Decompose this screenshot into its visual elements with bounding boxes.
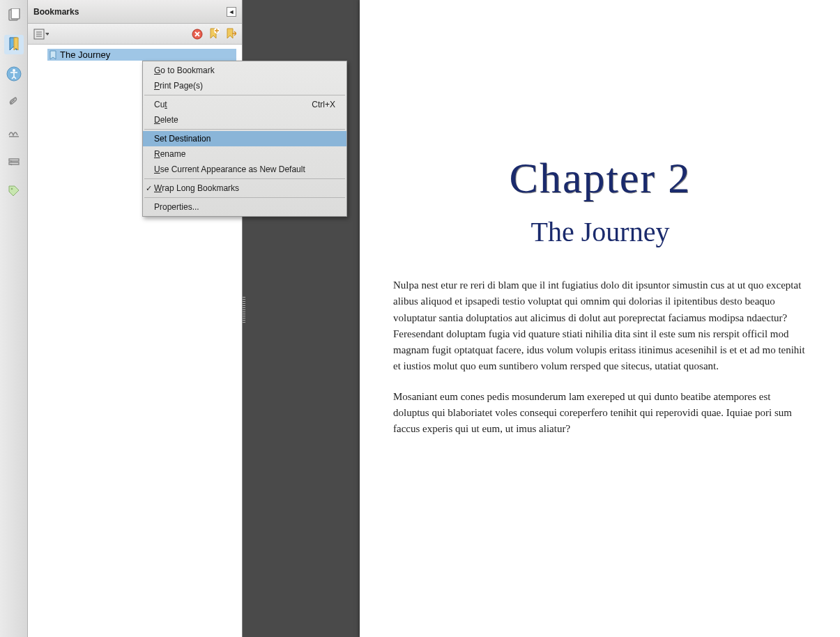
menu-set-destination[interactable]: Set Destination — [143, 131, 346, 146]
menu-print-pages[interactable]: Print Page(s) — [143, 78, 346, 93]
menu-separator — [144, 129, 345, 130]
page-thumbnails-icon[interactable] — [4, 6, 24, 25]
panel-title: Bookmarks — [33, 7, 79, 17]
attachments-icon[interactable] — [4, 93, 24, 113]
menu-use-appearance[interactable]: Use Current Appearance as New Default — [143, 162, 346, 177]
menu-separator — [144, 178, 345, 179]
bookmark-item[interactable]: The Journey — [47, 49, 236, 61]
bookmark-context-menu: GGo to Bookmarko to Bookmark Print Page(… — [142, 61, 347, 217]
delete-bookmark-icon[interactable] — [192, 29, 203, 40]
bookmark-glyph-icon — [49, 50, 57, 60]
menu-properties[interactable]: Properties... — [143, 199, 346, 215]
svg-rect-1 — [11, 8, 20, 19]
menu-separator — [144, 95, 345, 95]
bookmarks-icon[interactable] — [4, 35, 24, 54]
nav-icon-strip — [0, 0, 28, 637]
document-page: Chapter 2 The Journey Nulpa nest etur re… — [360, 0, 840, 637]
panel-header: Bookmarks ◄ — [28, 0, 242, 24]
menu-delete[interactable]: Delete — [143, 112, 346, 128]
tags-icon[interactable] — [4, 181, 24, 201]
body-paragraph: Nulpa nest etur re reri di blam que il i… — [393, 277, 807, 375]
svg-point-3 — [13, 69, 15, 72]
options-dropdown-icon[interactable] — [33, 29, 49, 40]
bookmark-label: The Journey — [60, 49, 110, 60]
chapter-title: Chapter 2 — [393, 153, 807, 203]
menu-go-to-bookmark[interactable]: GGo to Bookmarko to Bookmark — [143, 63, 346, 78]
menu-wrap-long-bookmarks[interactable]: ✓ Wrap Long Bookmarks — [143, 181, 346, 196]
panel-resize-handle[interactable] — [243, 297, 245, 323]
menu-separator — [144, 197, 345, 198]
chapter-subtitle: The Journey — [393, 215, 807, 248]
new-bookmark-from-structure-icon[interactable] — [225, 28, 236, 40]
menu-shortcut: Ctrl+X — [312, 100, 335, 109]
collapse-panel-button[interactable]: ◄ — [227, 7, 236, 17]
svg-point-4 — [10, 188, 13, 190]
panel-toolbar — [28, 24, 242, 45]
menu-rename[interactable]: Rename — [143, 146, 346, 162]
menu-cut[interactable]: Cut Ctrl+X — [143, 97, 346, 112]
signatures-icon[interactable] — [4, 123, 24, 142]
new-bookmark-icon[interactable] — [208, 28, 220, 40]
layers-icon[interactable] — [4, 152, 24, 171]
check-icon: ✓ — [146, 184, 152, 193]
body-paragraph: Mosaniant eum cones pedis mosunderum lam… — [393, 389, 807, 438]
accessibility-icon[interactable] — [4, 64, 24, 84]
